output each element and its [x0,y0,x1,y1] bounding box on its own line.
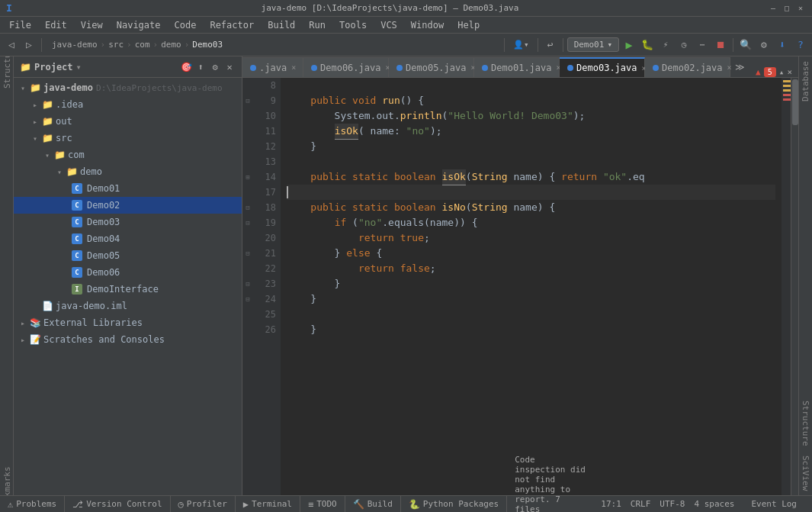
event-log-tab[interactable]: Event Log [743,496,804,513]
tree-item-demo06[interactable]: C Demo06 [14,264,242,281]
tab-java[interactable]: .java × [242,57,303,77]
encoding[interactable]: UTF-8 [660,499,685,509]
fold-icon-18[interactable]: ⊟ [244,204,252,211]
more-run-button[interactable]: ⋯ [694,37,711,53]
locate-file-button[interactable]: 🎯 [180,61,192,73]
build-tab[interactable]: 🔨 Build [345,496,401,513]
update-button[interactable]: ⬇ [774,37,791,53]
breadcrumb-com[interactable]: com [135,40,150,50]
debug-button[interactable]: 🐛 [639,37,656,53]
run-config-selector[interactable]: Demo01 ▾ [567,37,619,52]
fold-icon-23[interactable]: ⊟ [244,280,252,288]
structure-panel-label[interactable]: Structure [799,396,812,451]
tree-item-demo02[interactable]: C Demo02 [14,197,242,214]
tree-item-out[interactable]: ▸ 📁 out [14,113,242,130]
version-control-tab[interactable]: ⎇ Version Control [65,496,170,513]
problems-tab[interactable]: ⚠ Problems [0,496,65,513]
menu-code[interactable]: Code [168,18,203,32]
menu-help[interactable]: Help [451,18,486,32]
tree-item-java-demo[interactable]: ▾ 📁 java-demo D:\IdeaProjects\java-demo [14,79,242,96]
collapse-all-button[interactable]: ⬆ [194,61,207,73]
tree-item-demo03[interactable]: C Demo03 [14,214,242,230]
tree-label-java-demo: java-demo [43,82,93,93]
tree-item-demo04[interactable]: C Demo04 [14,230,242,247]
terminal-tab[interactable]: ▶ Terminal [236,496,300,513]
cursor-position[interactable]: 17:1 [601,499,621,509]
menu-refactor[interactable]: Refactor [204,18,260,32]
expand-errors-button[interactable]: ▴ [779,67,785,77]
hide-panel-button[interactable]: ✕ [223,61,236,73]
profiler-tab[interactable]: ◷ Profiler [171,496,236,513]
code-content[interactable]: public void run() { System.out.println("… [281,78,782,495]
back-button[interactable]: ◁ [3,37,20,53]
tab-close[interactable]: × [727,63,732,72]
line-separator[interactable]: CRLF [631,499,651,509]
python-packages-tab[interactable]: 🐍 Python Packages [401,496,507,513]
code-line-13 [287,154,775,169]
stop-button[interactable]: ⏹ [712,37,729,53]
errors-badge[interactable]: ▲ 5 ▴ × [749,67,798,77]
menu-tools[interactable]: Tools [333,18,373,32]
menu-navigate[interactable]: Navigate [111,18,167,32]
menu-edit[interactable]: Edit [39,18,73,32]
menu-file[interactable]: File [3,18,37,32]
tab-demo03[interactable]: Demo03.java × [560,57,645,77]
tree-item-demo01[interactable]: C Demo01 [14,180,242,197]
menu-window[interactable]: Window [405,18,450,32]
tree-item-ext-libs[interactable]: ▸ 📚 External Libraries [14,314,242,331]
maximize-button[interactable]: □ [782,3,792,14]
fold-icon-24[interactable]: ⊟ [244,295,252,303]
tree-item-com[interactable]: ▾ 📁 com [14,147,242,163]
scview-panel-label[interactable]: SciView [799,451,812,495]
tree-item-idea[interactable]: ▸ 📁 .idea [14,96,242,113]
close-errors-button[interactable]: × [787,67,792,77]
python-icon: 🐍 [409,499,420,510]
help-button[interactable]: ? [792,37,809,53]
fold-icon-9[interactable]: ⊟ [244,97,252,105]
toolbar-user-button[interactable]: 👤▾ [509,37,534,53]
menu-view[interactable]: View [75,18,109,32]
tree-item-iml[interactable]: 📄 java-demo.iml [14,298,242,314]
tab-demo05[interactable]: Demo05.java × [389,57,474,77]
run-button[interactable]: ▶ [621,37,637,53]
bookmarks-panel[interactable]: Bookmarks [1,483,13,495]
fold-icon-21[interactable]: ⊟ [244,250,252,257]
menu-vcs[interactable]: VCS [374,18,403,32]
tabs-more-button[interactable]: ≫ [730,57,749,77]
menu-build[interactable]: Build [262,18,301,32]
tab-close[interactable]: × [291,63,296,72]
forward-button[interactable]: ▷ [21,37,37,53]
tree-item-scratches[interactable]: ▸ 📝 Scratches and Consoles [14,331,242,348]
tree-settings-button[interactable]: ⚙ [209,61,221,73]
scrollbar-thumb[interactable] [792,79,798,125]
profile-button[interactable]: ◷ [676,37,692,53]
settings-button[interactable]: ⚙ [756,37,772,53]
indent[interactable]: 4 spaces [694,499,734,509]
tree-item-demointerface[interactable]: I DemoInterface [14,281,242,298]
tree-item-src[interactable]: ▾ 📁 src [14,130,242,147]
breadcrumb-src[interactable]: src [108,40,124,50]
code-editor[interactable]: 8 ⊟ 9 10 11 12 13 ⊞ [242,78,798,495]
menu-run[interactable]: Run [303,18,332,32]
database-panel-label[interactable]: Database [799,56,812,106]
tab-demo01[interactable]: Demo01.java × [474,57,560,77]
fold-icon-14[interactable]: ⊞ [244,173,252,181]
tree-item-demo05[interactable]: C Demo05 [14,247,242,264]
structure-left-panel[interactable]: Structure [1,60,13,72]
todo-tab[interactable]: ≡ TODO [300,496,345,513]
tree-arrow-out: ▸ [29,115,41,127]
tab-demo02[interactable]: Demo02.java × [645,57,730,77]
breadcrumb-demo03[interactable]: Demo03 [192,40,223,50]
search-everywhere-button[interactable]: 🔍 [737,37,754,53]
editor-scrollbar[interactable] [791,78,798,495]
minimize-button[interactable]: – [768,3,778,14]
fold-icon-19[interactable]: ⊟ [244,219,252,227]
tab-demo06[interactable]: Demo06.java × [303,57,389,77]
breadcrumb-demo[interactable]: demo [161,40,181,50]
run-coverage-button[interactable]: ⚡ [657,37,674,53]
toolbar-sep-2 [504,38,505,52]
tree-item-demo[interactable]: ▾ 📁 demo [14,163,242,180]
breadcrumb-project[interactable]: java-demo [52,40,98,50]
toolbar-back-ide[interactable]: ↩ [542,37,559,53]
close-button[interactable]: ✕ [795,3,806,14]
